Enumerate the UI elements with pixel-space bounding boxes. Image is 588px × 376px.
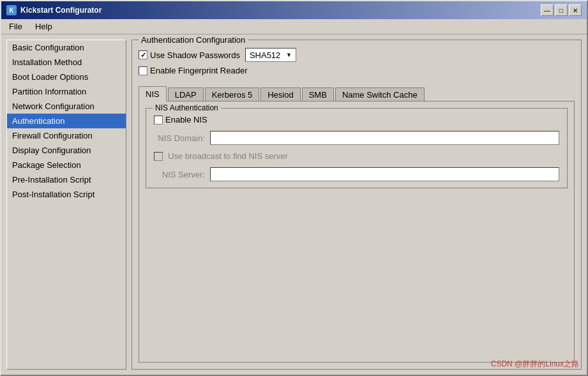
enable-nis-label: Enable NIS (165, 115, 207, 124)
shadow-passwords-row: Use Shadow Passwords SHA512 ▼ (139, 48, 575, 62)
maximize-button[interactable]: □ (555, 4, 568, 16)
menu-bar: File Help (1, 19, 587, 34)
broadcast-row: Use broadcast to find NIS server (154, 151, 559, 161)
tab-kerberos5[interactable]: Kerberos 5 (205, 87, 260, 102)
enable-nis-checkbox[interactable] (154, 116, 163, 124)
tab-hesiod[interactable]: Hesiod (260, 87, 300, 102)
nis-domain-input[interactable] (210, 131, 559, 145)
fingerprint-checkbox[interactable] (139, 66, 147, 75)
nis-domain-label: NIS Domain: (154, 133, 205, 143)
sidebar-item-post-install[interactable]: Post-Installation Script (7, 187, 126, 202)
shadow-passwords-label: Use Shadow Passwords (150, 50, 240, 60)
main-window: K Kickstart Configurator — □ ✕ File Help… (0, 0, 588, 376)
nis-server-input[interactable] (210, 167, 559, 181)
tab-ldap[interactable]: LDAP (168, 87, 204, 102)
nis-domain-row: NIS Domain: (154, 131, 559, 145)
tab-bar: NIS LDAP Kerberos 5 Hesiod SMB Name Swit… (139, 83, 575, 101)
sha-dropdown-arrow: ▼ (286, 52, 292, 58)
app-icon: K (6, 5, 17, 15)
nis-group-title: NIS Authentication (153, 103, 221, 112)
sidebar-item-firewall-config[interactable]: Firewall Configuration (7, 128, 126, 143)
title-bar: K Kickstart Configurator — □ ✕ (1, 1, 587, 19)
sidebar-item-pre-install[interactable]: Pre-Installation Script (7, 172, 126, 187)
content-area: Basic Configuration Installation Method … (1, 34, 587, 375)
nis-server-row: NIS Server: (154, 167, 559, 181)
watermark: CSDN @胖胖的Linux之路 (491, 359, 579, 370)
auth-config-group-title: Authentication Configuration (139, 35, 248, 45)
title-bar-left: K Kickstart Configurator (6, 5, 102, 15)
nis-auth-group: NIS Authentication Enable NIS NIS Domain… (146, 108, 568, 188)
close-button[interactable]: ✕ (569, 4, 582, 16)
enable-nis-wrapper: Enable NIS (154, 115, 207, 124)
sidebar-item-package-selection[interactable]: Package Selection (7, 158, 126, 172)
right-panel: Authentication Configuration Use Shadow … (132, 40, 582, 370)
sidebar-item-boot-loader[interactable]: Boot Loader Options (7, 70, 126, 84)
tab-name-switch-cache[interactable]: Name Switch Cache (335, 87, 425, 102)
menu-file[interactable]: File (4, 20, 27, 33)
fingerprint-label: Enable Fingerprint Reader (150, 66, 247, 75)
sha-selected: SHA512 (250, 50, 280, 60)
nis-server-label: NIS Server: (154, 170, 205, 179)
tab-content: NIS Authentication Enable NIS NIS Domain… (139, 101, 575, 363)
broadcast-checkbox[interactable] (154, 152, 163, 161)
sidebar-item-authentication[interactable]: Authentication (7, 114, 126, 128)
minimize-button[interactable]: — (541, 4, 554, 16)
enable-nis-row: Enable NIS (154, 115, 559, 124)
window-controls: — □ ✕ (541, 4, 582, 16)
broadcast-label: Use broadcast to find NIS server (168, 151, 288, 161)
sidebar: Basic Configuration Installation Method … (6, 40, 126, 370)
fingerprint-row: Enable Fingerprint Reader (139, 66, 575, 75)
app-icon-letter: K (9, 7, 13, 14)
sidebar-item-display-config[interactable]: Display Configuration (7, 143, 126, 158)
tab-nis[interactable]: NIS (139, 86, 167, 102)
menu-help[interactable]: Help (30, 20, 57, 33)
sidebar-item-installation-method[interactable]: Installation Method (7, 55, 126, 70)
sidebar-item-partition-info[interactable]: Partition Information (7, 84, 126, 99)
shadow-passwords-checkbox-wrapper: Use Shadow Passwords (139, 50, 240, 60)
sidebar-item-network-config[interactable]: Network Configuration (7, 99, 126, 114)
auth-config-group: Authentication Configuration Use Shadow … (132, 40, 582, 370)
sidebar-item-basic-config[interactable]: Basic Configuration (7, 40, 126, 55)
window-title: Kickstart Configurator (20, 6, 102, 15)
tab-smb[interactable]: SMB (302, 87, 334, 102)
shadow-passwords-checkbox[interactable] (139, 50, 147, 59)
sha-dropdown[interactable]: SHA512 ▼ (245, 48, 296, 62)
fingerprint-checkbox-wrapper: Enable Fingerprint Reader (139, 66, 247, 75)
